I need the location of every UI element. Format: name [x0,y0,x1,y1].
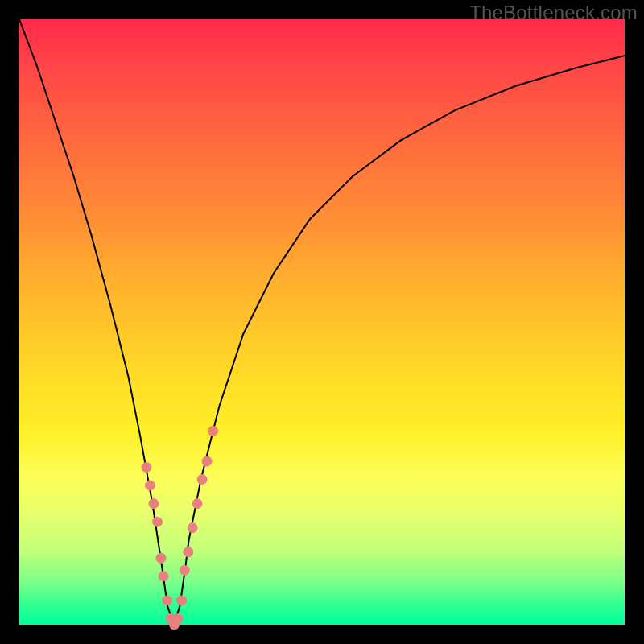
marker-dot [156,553,166,563]
marker-dot [173,614,183,624]
marker-dot [184,547,193,557]
plot-area [19,19,625,625]
marker-dot [202,456,212,466]
marker-dot [180,565,189,575]
marker-dot [188,523,197,533]
marker-dot [145,481,155,490]
marker-dot [153,517,163,526]
marker-dot [159,572,168,581]
chart-frame: TheBottleneck.com [0,0,644,644]
bottleneck-curve [19,19,625,625]
marker-dot [208,426,218,436]
marker-dot [197,475,207,485]
marker-dot [192,499,202,509]
marker-dot [142,463,151,473]
marker-dot [177,596,187,605]
chart-overlay [19,19,625,625]
marker-dot [163,596,172,605]
marker-group [142,426,218,630]
marker-dot [149,499,159,509]
